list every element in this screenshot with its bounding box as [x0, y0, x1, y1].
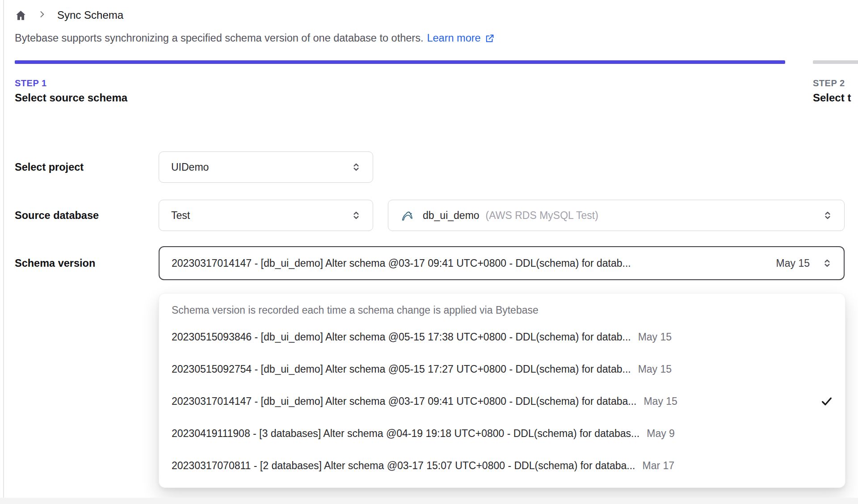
step1-progress-bar: [15, 60, 785, 64]
version-option-text: 20230317070811 - [2 databases] Alter sch…: [172, 460, 635, 472]
version-option-date: May 15: [644, 395, 677, 407]
version-option-text: 20230515093846 - [db_ui_demo] Alter sche…: [172, 331, 631, 343]
chevron-updown-icon: [821, 257, 833, 269]
schema-version-hint: Schema version is recorded each time a s…: [159, 294, 845, 321]
schema-version-date: May 15: [776, 257, 810, 269]
version-option[interactable]: 20230515093846 - [db_ui_demo] Alter sche…: [159, 321, 845, 353]
step1-title: Select source schema: [15, 92, 785, 104]
chevron-updown-icon: [350, 210, 362, 221]
step1-label: STEP 1: [15, 78, 785, 88]
version-option-selected[interactable]: 20230317014147 - [db_ui_demo] Alter sche…: [159, 385, 845, 417]
project-row: Select project UIDemo: [15, 151, 858, 183]
schema-version-label: Schema version: [15, 257, 159, 269]
database-select[interactable]: db_ui_demo (AWS RDS MySQL Test): [388, 200, 845, 231]
step-headings: STEP 1 Select source schema STEP 2 Selec…: [15, 78, 858, 104]
home-icon: [15, 9, 27, 21]
home-link[interactable]: [15, 9, 27, 21]
project-select[interactable]: UIDemo: [159, 151, 373, 183]
version-option-date: May 15: [638, 331, 672, 343]
sync-schema-page: Sync Schema Bytebase supports synchroniz…: [0, 0, 858, 504]
database-select-detail: (AWS RDS MySQL Test): [486, 210, 598, 222]
version-option-date: May 15: [638, 363, 672, 375]
version-option[interactable]: 20230317070811 - [2 databases] Alter sch…: [159, 449, 845, 482]
intro-text: Bytebase supports synchronizing a specif…: [15, 32, 423, 44]
chevron-right-icon: [38, 10, 46, 21]
environment-select-value: Test: [171, 210, 190, 222]
breadcrumb: Sync Schema: [15, 7, 858, 23]
version-option-date: May 9: [647, 428, 675, 440]
step1-heading: STEP 1 Select source schema: [15, 78, 785, 104]
schema-version-select[interactable]: 20230317014147 - [db_ui_demo] Alter sche…: [159, 246, 845, 280]
step2-title: Select t: [813, 92, 858, 104]
step2-heading: STEP 2 Select t: [813, 78, 858, 104]
schema-version-value: 20230317014147 - [db_ui_demo] Alter sche…: [172, 257, 768, 269]
mysql-icon: [400, 208, 415, 223]
learn-more-label: Learn more: [427, 32, 480, 44]
bottom-divider: [0, 498, 858, 504]
external-link-icon: [484, 33, 495, 44]
project-select-value: UIDemo: [171, 161, 209, 173]
project-label: Select project: [15, 161, 159, 173]
schema-version-dropdown: Schema version is recorded each time a s…: [159, 293, 845, 488]
version-option-text: 20230317014147 - [db_ui_demo] Alter sche…: [172, 395, 636, 407]
version-option-text: 20230515092754 - [db_ui_demo] Alter sche…: [172, 363, 631, 375]
step2-label: STEP 2: [813, 78, 858, 88]
page-title: Sync Schema: [57, 9, 123, 21]
step-progress: [15, 60, 858, 64]
chevron-updown-icon: [822, 210, 833, 221]
check-icon: [820, 395, 833, 408]
version-option-text: 20230419111908 - [3 databases] Alter sch…: [172, 428, 639, 440]
environment-select[interactable]: Test: [159, 200, 373, 231]
version-option-date: Mar 17: [642, 460, 674, 472]
version-option[interactable]: 20230515092754 - [db_ui_demo] Alter sche…: [159, 353, 845, 385]
schema-version-row: Schema version 20230317014147 - [db_ui_d…: [15, 246, 858, 280]
version-option[interactable]: 20230419111908 - [3 databases] Alter sch…: [159, 417, 845, 449]
source-database-row: Source database Test db_ui_demo (AWS RDS…: [15, 200, 858, 231]
source-schema-form: Select project UIDemo Source database Te…: [15, 151, 858, 280]
intro-line: Bytebase supports synchronizing a specif…: [15, 32, 858, 44]
database-select-name: db_ui_demo: [423, 210, 479, 222]
chevron-updown-icon: [350, 161, 362, 173]
learn-more-link[interactable]: Learn more: [427, 32, 495, 44]
source-database-label: Source database: [15, 210, 159, 222]
step2-progress-bar: [813, 60, 858, 64]
